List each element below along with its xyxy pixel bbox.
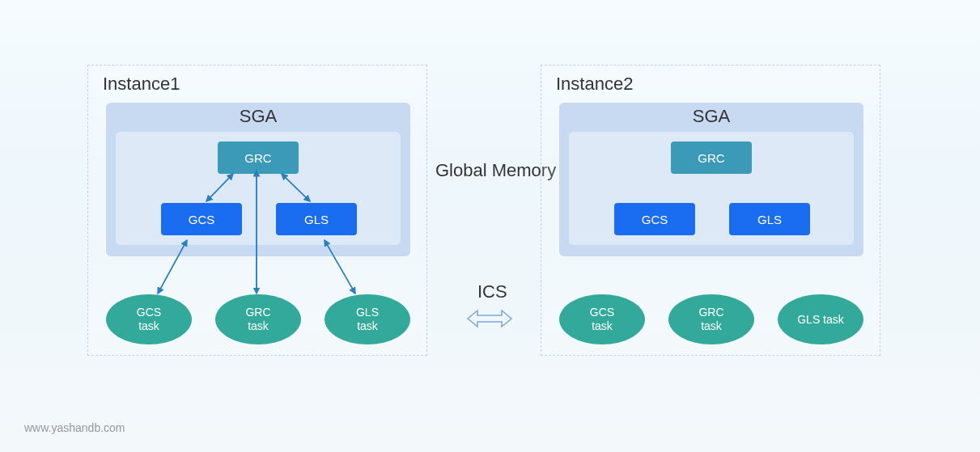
instance1-global-memory-box: GRC GCS GLS (116, 132, 401, 245)
svg-line-3 (282, 174, 310, 201)
instance2-grc-box: GRC (671, 142, 752, 174)
instance2-gls-task: GLS task (778, 294, 863, 344)
svg-line-1 (206, 174, 233, 201)
instance1-task-row: GCStask GRCtask GLStask (106, 292, 410, 347)
instance2-task-row: GCStask GRCtask GLS task (559, 292, 863, 347)
instance2-title: Instance2 (541, 65, 880, 95)
ics-bidirectional-arrow-icon (466, 307, 513, 330)
instance2-gls-box: GLS (729, 203, 810, 235)
instance1-grc-box: GRC (218, 142, 299, 174)
instance2-sga: SGA GRC GCS GLS (559, 103, 863, 256)
instance2-container: Instance2 SGA GRC GCS GLS GCStask GRCtas… (541, 65, 880, 356)
instance2-sga-title: SGA (559, 103, 863, 127)
instance2-gcs-task: GCStask (559, 294, 645, 344)
instance1-gcs-box: GCS (161, 203, 242, 235)
instance1-gls-task: GLStask (325, 294, 410, 344)
instance2-gcs-box: GCS (614, 203, 695, 235)
instance1-sga-title: SGA (106, 103, 410, 127)
global-memory-label: Global Memory (435, 160, 556, 181)
instance1-gcs-task: GCStask (106, 294, 192, 344)
architecture-diagram: Instance1 SGA GRC GCS GLS (87, 65, 897, 356)
instance1-container: Instance1 SGA GRC GCS GLS (87, 65, 427, 356)
footer-url: www.yashandb.com (24, 421, 125, 434)
instance2-global-memory-box: GRC GCS GLS (569, 132, 854, 245)
svg-line-0 (206, 174, 233, 201)
instance2-grc-task: GRCtask (668, 294, 754, 344)
instance1-grc-task: GRCtask (215, 294, 301, 344)
instance1-title: Instance1 (88, 65, 426, 95)
instance1-sga: SGA GRC GCS GLS (106, 103, 410, 256)
instance1-gls-box: GLS (276, 203, 357, 235)
svg-line-2 (282, 174, 310, 201)
ics-label: ICS (477, 281, 507, 302)
